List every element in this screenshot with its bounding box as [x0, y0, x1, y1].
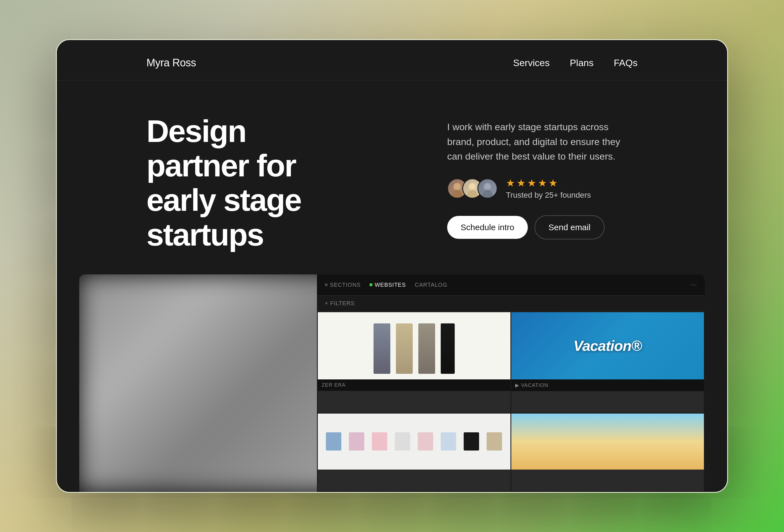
hero-section: Design partner for early stage startups … — [57, 80, 727, 274]
portfolio-card-zer-era: ZER ERA — [318, 312, 510, 413]
hero-left: Design partner for early stage startups — [146, 114, 402, 252]
portfolio-grid: ZER ERA Vacation® ▶ VACATION — [317, 311, 705, 492]
clothing-item-3 — [372, 432, 387, 450]
toolbar-tabs: SECTIONS WEBSITES CARTALOG — [325, 280, 447, 290]
clothing-item-6 — [441, 432, 456, 450]
cta-buttons: Schedule intro Send email — [447, 215, 638, 240]
toolbar-more-icon[interactable]: ⋯ — [690, 281, 697, 289]
hero-title: Design partner for early stage startups — [146, 114, 342, 252]
nav-links: Services Plans FAQs — [513, 57, 638, 68]
beach-card-image — [511, 414, 704, 470]
hero-right: I work with early stage startups across … — [447, 114, 638, 240]
clothing-grid-image — [318, 414, 510, 470]
card-label-zer-era: ZER ERA — [318, 380, 510, 391]
star-1: ★ — [506, 177, 515, 189]
clothing-item-4 — [395, 432, 410, 450]
nav-link-plans[interactable]: Plans — [570, 57, 594, 68]
star-5: ★ — [549, 177, 558, 189]
clothing-item-2 — [349, 432, 364, 450]
star-2: ★ — [516, 177, 526, 189]
clothing-item-1 — [326, 432, 341, 450]
portfolio-card-vacation: Vacation® ▶ VACATION — [511, 312, 704, 413]
schedule-intro-button[interactable]: Schedule intro — [447, 216, 528, 239]
tab-sections-label: SECTIONS — [330, 282, 361, 288]
stars: ★ ★ ★ ★ ★ — [506, 177, 591, 189]
fashion-card-image — [318, 312, 510, 380]
nav-link-faqs[interactable]: FAQs — [614, 57, 638, 68]
tab-cartalog[interactable]: CARTALOG — [415, 280, 447, 290]
proof-text: ★ ★ ★ ★ ★ Trusted by 25+ founders — [506, 177, 591, 200]
tab-websites[interactable]: WEBSITES — [370, 280, 406, 290]
tab-sections[interactable]: SECTIONS — [325, 280, 361, 290]
portfolio-section: SECTIONS WEBSITES CARTALOG ⋯ — [57, 274, 727, 492]
portfolio-blur-overlay — [79, 274, 342, 492]
fashion-figure-2 — [396, 324, 413, 374]
fashion-figure-1 — [373, 324, 390, 374]
star-3: ★ — [527, 177, 536, 189]
tab-websites-label: WEBSITES — [375, 282, 406, 288]
svg-point-1 — [452, 190, 463, 198]
site-logo: Myra Ross — [146, 57, 196, 69]
svg-point-2 — [454, 184, 460, 190]
card-label-vacation: ▶ VACATION — [511, 380, 704, 391]
portfolio-toolbar: SECTIONS WEBSITES CARTALOG ⋯ — [317, 274, 705, 296]
vacation-card-image: Vacation® — [511, 312, 704, 380]
portfolio-ui-mockup: SECTIONS WEBSITES CARTALOG ⋯ — [317, 274, 705, 492]
svg-point-7 — [482, 190, 493, 198]
portfolio-filters: + FILTERS — [317, 296, 705, 311]
fashion-figures — [373, 312, 455, 380]
hero-description: I work with early stage startups across … — [447, 119, 638, 164]
portfolio-card-beach — [511, 414, 704, 491]
clothing-item-7 — [464, 432, 479, 450]
vacation-title: Vacation® — [573, 337, 642, 354]
tab-websites-dot — [370, 283, 372, 286]
filters-button[interactable]: + FILTERS — [325, 300, 355, 306]
portfolio-window: SECTIONS WEBSITES CARTALOG ⋯ — [79, 274, 705, 492]
send-email-button[interactable]: Send email — [534, 215, 605, 240]
clothing-item-8 — [487, 432, 502, 450]
browser-frame: Myra Ross Services Plans FAQs Design par… — [56, 39, 728, 493]
nav-link-services[interactable]: Services — [513, 57, 550, 68]
tab-cartalog-label: CARTALOG — [415, 282, 447, 288]
avatars — [447, 178, 493, 198]
tab-sections-dot — [325, 283, 328, 286]
portfolio-card-clothing — [318, 414, 510, 491]
trusted-text: Trusted by 25+ founders — [506, 191, 591, 200]
svg-point-5 — [469, 184, 475, 190]
clothing-item-5 — [418, 432, 433, 450]
social-proof: ★ ★ ★ ★ ★ Trusted by 25+ founders — [447, 177, 638, 200]
svg-point-4 — [467, 190, 478, 198]
fashion-figure-3 — [418, 324, 435, 374]
navigation: Myra Ross Services Plans FAQs — [57, 40, 727, 80]
avatar-3 — [477, 178, 498, 198]
svg-point-8 — [484, 184, 491, 190]
fashion-figure-4 — [441, 324, 455, 374]
star-4: ★ — [538, 177, 547, 189]
